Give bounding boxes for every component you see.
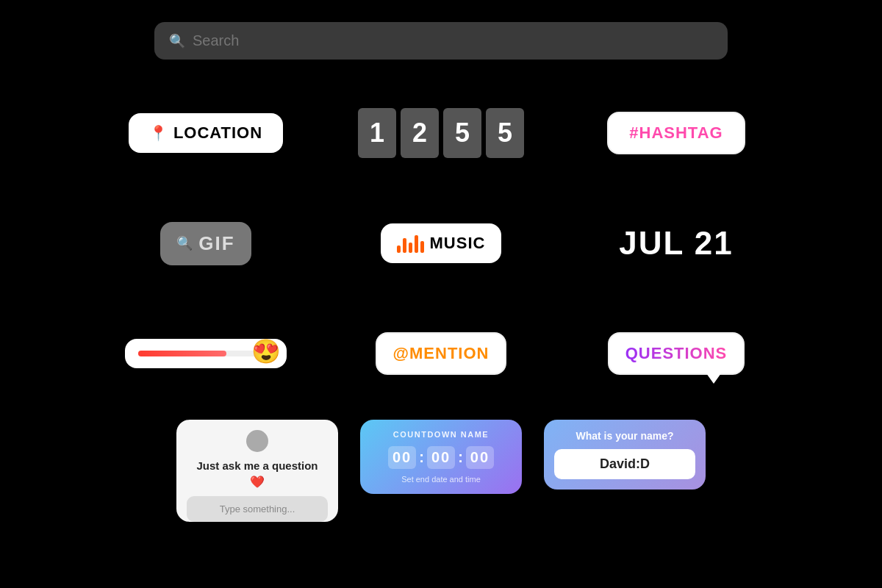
emoji-slider-sticker-cell: 😍 — [118, 309, 294, 398]
clock-digit-1: 1 — [358, 108, 396, 158]
countdown-hours: 00 — [388, 446, 416, 469]
clock-sticker-cell: 1 2 5 5 — [353, 89, 529, 177]
date-sticker-cell: JUL 21 — [588, 199, 764, 287]
mention-label: @MENTION — [393, 344, 490, 362]
pin-icon: 📍 — [149, 124, 168, 142]
slider-fill — [138, 351, 226, 356]
gif-sticker-cell: 🔍 GIF — [118, 199, 294, 287]
search-icon: 🔍 — [169, 33, 185, 49]
gif-label: GIF — [198, 232, 234, 255]
slider-track: 😍 — [138, 351, 273, 356]
music-bar-1 — [397, 245, 401, 253]
search-bar[interactable]: 🔍 — [154, 22, 728, 60]
countdown-name-label: COUNTDOWN NAME — [370, 430, 512, 439]
countdown-seconds: 00 — [466, 446, 494, 469]
music-label: MUSIC — [430, 234, 486, 253]
music-bar-4 — [415, 235, 418, 253]
hashtag-label: #HASHTAG — [629, 123, 723, 142]
clock-sticker[interactable]: 1 2 5 5 — [358, 108, 524, 158]
quiz-preview[interactable]: What is your name? David:D — [544, 420, 706, 490]
location-sticker[interactable]: 📍 LOCATION — [129, 113, 283, 153]
ask-question-text: Just ask me a question — [187, 459, 328, 472]
quiz-answer: David:D — [554, 449, 695, 479]
slider-emoji: 😍 — [251, 337, 281, 365]
hashtag-sticker[interactable]: #HASHTAG — [607, 112, 745, 154]
location-label: LOCATION — [173, 123, 262, 143]
music-bar-5 — [420, 241, 424, 253]
gif-search-icon: 🔍 — [176, 235, 193, 251]
music-bar-2 — [403, 238, 406, 253]
questions-label: QUESTIONS — [625, 344, 728, 362]
questions-sticker-cell: QUESTIONS — [588, 309, 764, 398]
clock-digit-4: 5 — [486, 108, 524, 158]
mention-sticker[interactable]: @MENTION — [376, 332, 507, 375]
music-sticker-cell: MUSIC — [353, 199, 529, 287]
quiz-question: What is your name? — [554, 430, 695, 442]
date-label: JUL 21 — [619, 225, 734, 261]
music-bar-3 — [409, 243, 412, 253]
countdown-sep-1: : — [419, 449, 424, 466]
clock-digit-3: 5 — [443, 108, 481, 158]
date-sticker[interactable]: JUL 21 — [619, 225, 734, 262]
countdown-preview[interactable]: COUNTDOWN NAME 00 : 00 : 00 Set end date… — [360, 420, 522, 494]
questions-sticker[interactable]: QUESTIONS — [608, 332, 745, 375]
drag-handle — [246, 430, 268, 452]
location-sticker-cell: 📍 LOCATION — [118, 89, 294, 177]
mention-sticker-cell: @MENTION — [353, 309, 529, 398]
hashtag-sticker-cell: #HASHTAG — [588, 89, 764, 177]
sticker-grid: 📍 LOCATION 1 2 5 5 #HASHTAG 🔍 GIF — [118, 89, 764, 398]
music-bars-icon — [397, 234, 424, 253]
countdown-set-time[interactable]: Set end date and time — [370, 475, 512, 484]
heart-icon: ❤️ — [187, 475, 328, 489]
ask-question-preview[interactable]: Just ask me a question ❤️ Type something… — [176, 420, 338, 522]
sticker-preview-row: Just ask me a question ❤️ Type something… — [176, 420, 706, 522]
countdown-minutes: 00 — [427, 446, 455, 469]
emoji-slider-sticker[interactable]: 😍 — [125, 339, 287, 368]
clock-digit-2: 2 — [401, 108, 439, 158]
gif-sticker[interactable]: 🔍 GIF — [160, 222, 251, 265]
countdown-sep-2: : — [458, 449, 463, 466]
type-something-box[interactable]: Type something... — [187, 496, 328, 522]
music-sticker[interactable]: MUSIC — [381, 223, 502, 263]
search-input[interactable] — [193, 32, 713, 49]
countdown-digits: 00 : 00 : 00 — [370, 446, 512, 469]
